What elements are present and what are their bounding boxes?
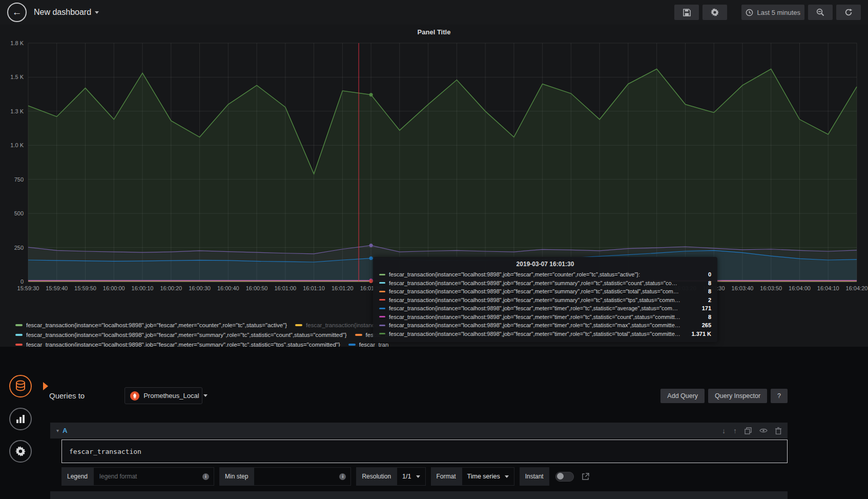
legend-format-input[interactable] <box>98 472 198 481</box>
datasource-select[interactable]: Prometheus_Local <box>125 387 202 404</box>
tooltip-series-value: 1.371 K <box>688 331 711 337</box>
panel-title[interactable]: Panel Title <box>0 28 868 36</box>
highlight-dot-6 <box>369 280 373 283</box>
info-icon: i <box>339 473 346 480</box>
x-tick-label: 16:00:50 <box>246 285 268 291</box>
move-up-icon[interactable]: ↑ <box>733 427 737 435</box>
database-icon <box>15 380 26 392</box>
y-tick-label: 500 <box>14 210 24 216</box>
highlight-dot-1 <box>369 244 373 247</box>
tooltip-series-value: 8 <box>688 314 711 320</box>
top-navbar: ← New dashboard <box>0 0 868 25</box>
y-tick-label: 250 <box>14 245 24 251</box>
back-button[interactable]: ← <box>7 3 27 22</box>
tooltip-series-value: 265 <box>688 322 711 328</box>
tooltip-series-value: 171 <box>688 305 711 311</box>
x-tick-label: 15:59:40 <box>46 285 68 291</box>
tooltip-series-label: fescar_transaction{instance="localhost:9… <box>389 271 681 277</box>
queries-to-label: Queries to <box>49 391 85 400</box>
query-row-a: ▾ A ↓ ↑ <box>50 423 788 486</box>
tooltip-series-dash <box>379 316 385 317</box>
tooltip-series-value: 8 <box>688 288 711 294</box>
query-actions: ↓ ↑ <box>722 427 781 435</box>
dashboard-title-menu[interactable]: New dashboard <box>34 8 99 17</box>
add-query-button[interactable]: Add Query <box>660 389 705 403</box>
gear-icon <box>15 446 26 456</box>
refresh-button[interactable] <box>836 5 861 20</box>
legend-label: Legend <box>61 467 93 486</box>
grafana-app: ← New dashboard <box>0 0 868 499</box>
x-tick-label: 16:00:10 <box>132 285 154 291</box>
tooltip-row: fescar_transaction{instance="localhost:9… <box>379 321 711 330</box>
chevron-down-icon <box>203 394 208 397</box>
x-tick-label: 16:03:50 <box>760 285 782 291</box>
tooltip-rows: fescar_transaction{instance="localhost:9… <box>379 270 711 338</box>
dashboard-title: New dashboard <box>34 8 91 17</box>
y-tick-label: 1.0 K <box>10 142 24 148</box>
tooltip-series-dash <box>379 282 385 284</box>
toggle-knob <box>557 473 564 480</box>
help-button[interactable]: ? <box>771 389 788 403</box>
legend-item[interactable]: fescar_transaction{instance="localhost:9… <box>15 322 287 328</box>
tooltip-series-dash <box>379 333 385 334</box>
x-tick-label: 16:04:20 <box>846 285 868 291</box>
tooltip-series-dash <box>379 299 385 301</box>
format-select[interactable]: Time series <box>462 467 514 486</box>
prometheus-icon <box>130 391 139 401</box>
tab-queries[interactable] <box>9 375 32 397</box>
tooltip-series-value: 0 <box>688 271 711 277</box>
resolution-value: 1/1 <box>402 473 411 480</box>
tooltip-series-value: 8 <box>688 280 711 286</box>
zoom-out-button[interactable] <box>808 5 833 20</box>
collapse-caret-icon[interactable]: ▾ <box>56 428 59 433</box>
tooltip-series-label: fescar_transaction{instance="localhost:9… <box>389 314 681 320</box>
min-step-input[interactable] <box>259 472 335 481</box>
tab-visualization[interactable] <box>9 408 32 430</box>
x-tick-label: 16:04:00 <box>789 285 811 291</box>
resolution-label: Resolution <box>356 467 397 486</box>
x-tick-label: 16:01:20 <box>332 285 354 291</box>
x-tick-label: 15:59:30 <box>17 285 39 291</box>
min-step-label: Min step <box>219 467 254 486</box>
legend-series-dash <box>15 324 23 326</box>
trash-icon[interactable] <box>775 427 781 434</box>
x-tick-label: 16:01:00 <box>274 285 296 291</box>
datasource-name: Prometheus_Local <box>143 392 199 400</box>
save-dashboard-button[interactable] <box>674 5 699 20</box>
y-tick-label: 0 <box>20 278 24 285</box>
query-inspector-button[interactable]: Query Inspector <box>708 389 767 403</box>
chevron-down-icon <box>416 475 420 478</box>
instant-toggle[interactable] <box>555 472 574 482</box>
time-range-picker[interactable]: Last 5 minutes <box>741 5 804 20</box>
resolution-select[interactable]: 1/1 <box>397 467 425 486</box>
legend-series-label: fescar_transaction{instance="localhost:9… <box>26 322 287 328</box>
legend-series-dash <box>295 324 302 326</box>
editor-tab-rail <box>0 347 44 499</box>
format-label: Format <box>431 467 462 486</box>
tooltip-series-label: fescar_transaction{instance="localhost:9… <box>389 288 681 294</box>
x-tick-label: 16:00:40 <box>217 285 239 291</box>
editor-main: Queries to Prometheus_Local Add Query Qu… <box>44 347 868 499</box>
next-section-strip[interactable] <box>50 491 788 499</box>
tab-general[interactable] <box>9 440 32 463</box>
duplicate-icon[interactable] <box>745 427 752 434</box>
y-tick-label: 1.8 K <box>10 40 24 46</box>
external-link-icon[interactable] <box>582 473 589 480</box>
legend-item[interactable]: fescar_transaction{instance="localhost:9… <box>15 332 347 338</box>
tooltip-series-dash <box>379 274 385 275</box>
x-tick-label: 16:03:40 <box>732 285 754 291</box>
eye-icon[interactable] <box>759 428 768 433</box>
tooltip-series-dash <box>379 325 385 326</box>
x-tick-label: 16:00:00 <box>103 285 125 291</box>
gear-icon <box>711 8 719 16</box>
query-expression-field[interactable]: fescar_transaction <box>61 440 788 463</box>
x-tick-label: 16:00:30 <box>189 285 211 291</box>
dashboard-settings-button[interactable] <box>702 5 727 20</box>
query-ref-letter[interactable]: A <box>63 427 67 434</box>
tooltip-timestamp: 2019-03-07 16:01:30 <box>379 261 711 268</box>
query-strip: ▾ A ↓ ↑ <box>50 423 788 438</box>
chevron-down-icon <box>505 475 509 478</box>
chevron-down-icon <box>95 11 99 14</box>
y-tick-label: 1.5 K <box>10 74 24 80</box>
move-down-icon[interactable]: ↓ <box>722 427 726 435</box>
